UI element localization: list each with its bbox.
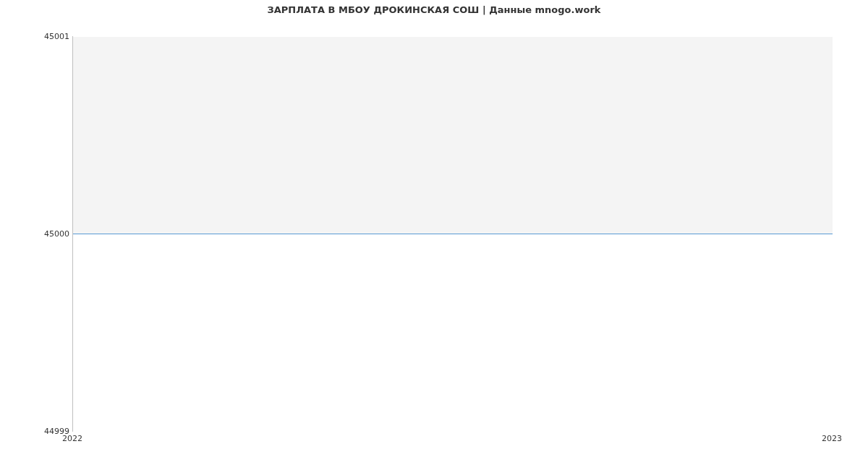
y-tick-label: 45001 bbox=[0, 32, 69, 41]
plot-lower-fill bbox=[73, 234, 833, 431]
y-tick-label: 44999 bbox=[0, 427, 69, 436]
gridline bbox=[73, 36, 833, 37]
salary-chart: ЗАРПЛАТА В МБОУ ДРОКИНСКАЯ СОШ | Данные … bbox=[0, 0, 868, 470]
plot-area bbox=[72, 36, 833, 432]
x-tick-label: 2022 bbox=[62, 434, 82, 443]
series-line bbox=[73, 234, 833, 234]
y-tick-label: 45000 bbox=[0, 229, 69, 239]
x-tick-label: 2023 bbox=[822, 434, 842, 443]
gridline bbox=[73, 431, 833, 432]
chart-title: ЗАРПЛАТА В МБОУ ДРОКИНСКАЯ СОШ | Данные … bbox=[0, 4, 868, 15]
